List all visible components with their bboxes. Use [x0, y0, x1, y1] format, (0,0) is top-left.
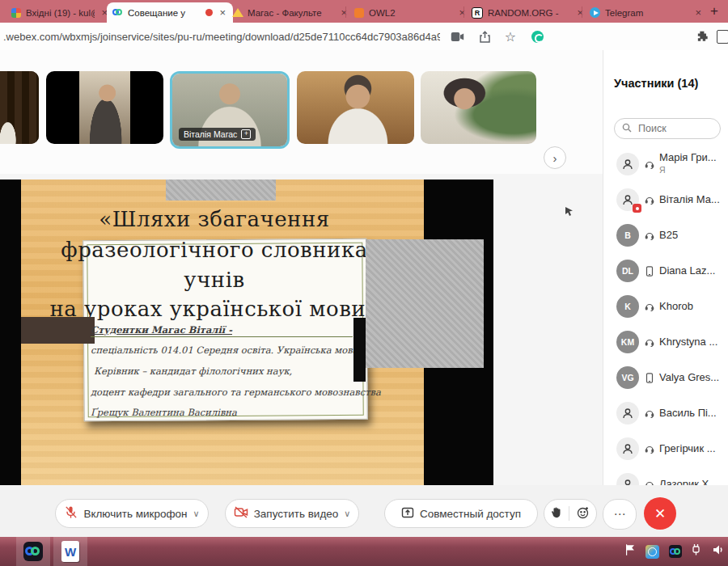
extensions-puzzle-icon[interactable] — [696, 29, 710, 44]
random-org-favicon-icon: R — [472, 7, 483, 19]
participant-row[interactable]: KM Khrystyna ... — [603, 328, 728, 356]
search-input[interactable] — [637, 122, 705, 135]
filmstrip-scroll-right-button[interactable]: › — [544, 146, 566, 169]
participant-row[interactable]: Грегірчик ... — [603, 435, 728, 463]
slide-body-line: Студентки Магас Віталії - — [91, 324, 232, 336]
tab-mail[interactable]: Вхідні (19) - kul@ × — [5, 2, 115, 23]
button-label: Включить микрофон — [83, 508, 187, 520]
person-avatar-icon — [616, 402, 639, 424]
headset-icon — [644, 408, 654, 419]
microphone-off-icon — [64, 505, 78, 522]
participant-name: Марія Гри... — [659, 152, 717, 163]
headset-icon — [644, 195, 654, 205]
participant-row[interactable]: VG Valya Gres... — [603, 364, 728, 391]
participant-name: Василь Пі... — [659, 408, 717, 420]
share-page-icon[interactable] — [477, 29, 492, 44]
windows-taskbar: W — [0, 537, 728, 566]
close-icon[interactable]: × — [693, 6, 703, 19]
video-thumbnail[interactable] — [0, 71, 39, 144]
participants-search-box[interactable] — [614, 118, 721, 139]
participant-row[interactable]: Василь Пі... — [603, 399, 728, 427]
new-tab-button[interactable]: + — [705, 2, 723, 20]
initials-avatar: B — [616, 224, 639, 247]
emoji-reaction-icon — [577, 506, 590, 522]
word-app-icon: W — [61, 541, 79, 562]
tab-separator — [463, 6, 464, 18]
video-thumbnail[interactable] — [421, 71, 536, 144]
speaker-volume-icon[interactable] — [712, 543, 725, 560]
participants-panel-title: Участники (14) — [614, 77, 698, 90]
video-off-icon — [234, 506, 248, 521]
webex-tray-icon[interactable] — [669, 545, 682, 558]
webex-favicon-icon — [112, 7, 123, 18]
tab-telegram[interactable]: Telegram × — [584, 2, 709, 23]
taskbar-webex-app-button[interactable] — [16, 537, 50, 566]
participant-row[interactable]: Марія Гри...Я — [603, 150, 728, 178]
reactions-button[interactable] — [544, 499, 597, 528]
headset-icon — [644, 302, 654, 312]
headset-icon — [644, 444, 654, 454]
slide-title-line: «Шляхи збагачення — [40, 207, 388, 231]
slide-decoration-bar — [21, 317, 95, 344]
participant-name: Віталія Ма... — [659, 194, 720, 206]
share-content-button[interactable]: Совместный доступ — [384, 499, 538, 528]
tab-random-org[interactable]: R RANDOM.ORG - × — [466, 2, 590, 23]
bookmark-star-icon[interactable]: ☆ — [503, 29, 518, 44]
phone-icon — [644, 266, 654, 277]
participant-name: Грегірчик ... — [659, 443, 716, 455]
tab-webex-meeting[interactable]: Совещание у × — [107, 2, 233, 23]
unmute-microphone-button[interactable]: Включить микрофон ∨ — [55, 499, 209, 528]
system-tray — [624, 543, 725, 560]
chevron-down-icon[interactable]: ∨ — [344, 509, 350, 519]
initials-avatar: K — [616, 295, 639, 318]
participant-name: Khorob — [659, 301, 693, 313]
leave-meeting-button[interactable]: ✕ — [644, 497, 676, 530]
profile-box-icon[interactable] — [715, 29, 728, 44]
battery-plug-icon[interactable] — [692, 543, 702, 560]
language-flag-icon[interactable] — [624, 543, 636, 560]
video-thumbnail-active-speaker[interactable]: Віталія Магас + — [170, 71, 290, 149]
active-speaker-name-badge: Віталія Магас + — [179, 128, 256, 141]
divider — [569, 506, 569, 521]
telegram-favicon-icon — [590, 7, 600, 18]
share-screen-icon — [401, 506, 414, 522]
blurred-region — [166, 180, 276, 201]
participant-row[interactable]: DL Diana Laz... — [603, 257, 728, 285]
blurred-region — [366, 239, 484, 368]
power-tray-icon[interactable] — [645, 545, 659, 559]
slide-body-line: Керівник – кандидат філологічних наук, — [94, 365, 292, 377]
tab-owl2[interactable]: OWL2 × — [348, 2, 472, 23]
initials-avatar: DL — [616, 260, 639, 282]
screen: Вхідні (19) - kul@ × Совещание у × Магас… — [0, 0, 728, 566]
video-thumbnail[interactable] — [46, 71, 163, 144]
grammarly-extension-icon[interactable] — [530, 29, 544, 44]
raise-hand-icon — [551, 506, 561, 521]
initials-avatar: VG — [616, 366, 639, 389]
slide-title-line: учнів — [40, 268, 388, 292]
taskbar-word-app-button[interactable]: W — [53, 537, 87, 566]
participant-row[interactable]: B B25 — [603, 222, 728, 249]
tab-title: RANDOM.ORG - — [488, 8, 570, 18]
chevron-down-icon[interactable]: ∨ — [193, 509, 200, 519]
headset-icon — [644, 337, 654, 348]
start-video-button[interactable]: Запустить видео ∨ — [225, 499, 359, 528]
slide-body-underline: Студентки Магас Віталії - — [91, 322, 353, 337]
video-thumbnail[interactable] — [297, 71, 414, 144]
censored-strip — [353, 318, 366, 382]
participant-row[interactable]: K Khorob — [603, 293, 728, 320]
participant-row[interactable]: Віталія Ма... — [603, 186, 728, 213]
meeting-control-bar: Включить микрофон ∨ Запустить видео ∨ Со… — [0, 485, 728, 537]
tab-drive[interactable]: Магас - Факульте × — [226, 2, 354, 23]
tab-separator — [345, 6, 346, 18]
video-filmstrip: Віталія Магас + › алія Магас − 100% + — [0, 50, 603, 174]
pan-cursor-icon[interactable] — [564, 205, 575, 217]
url-text[interactable]: .webex.com/wbxmjs/joinservice/sites/pu-r… — [3, 23, 440, 50]
more-options-button[interactable]: ⋯ — [603, 499, 637, 530]
tab-separator — [582, 6, 582, 18]
slide-title-line: фразеологічного словника — [40, 238, 388, 262]
drive-favicon-icon — [232, 7, 243, 18]
tab-title: Магас - Факульте — [248, 8, 334, 18]
camera-permission-icon[interactable] — [450, 29, 464, 44]
person-avatar-icon — [616, 437, 639, 460]
participant-name: Valya Gres... — [659, 372, 719, 384]
